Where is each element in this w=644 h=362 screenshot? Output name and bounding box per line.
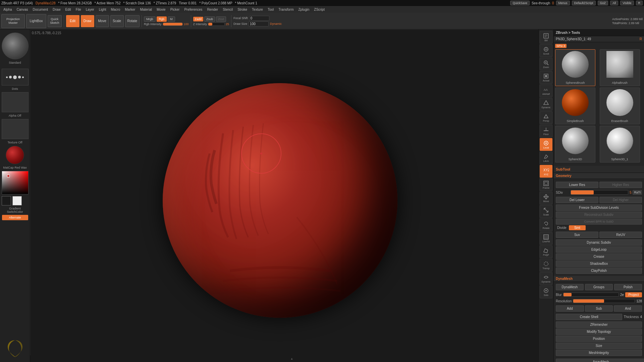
- eraserbrush-thumb[interactable]: EraserBrush: [600, 87, 640, 124]
- create-shell-button[interactable]: Create Shell: [556, 314, 622, 320]
- z-remesher-button[interactable]: ZRemesher: [556, 321, 642, 328]
- aahalf-icon-button[interactable]: AA AAHalf: [540, 84, 552, 97]
- dynamic2-icon-button[interactable]: Dynamic: [540, 272, 552, 285]
- dots-brush-preview[interactable]: [2, 69, 29, 85]
- add-button[interactable]: Add: [556, 305, 584, 312]
- convert-bpr-button[interactable]: Convert BPR to SubD: [556, 219, 642, 225]
- actual-icon-button[interactable]: Actual: [540, 71, 552, 84]
- visible-top-button[interactable]: Visible: [620, 1, 634, 5]
- reluv-button[interactable]: ReUV: [599, 232, 642, 238]
- edit-button[interactable]: Edit: [66, 15, 79, 27]
- material-ball[interactable]: [6, 146, 24, 164]
- m-button[interactable]: M: [168, 16, 175, 22]
- menu-zscript[interactable]: ZScript: [312, 7, 327, 12]
- crease-button[interactable]: Crease: [556, 253, 642, 260]
- project-button[interactable]: Project: [625, 292, 642, 297]
- move-icon-button[interactable]: Move: [540, 192, 552, 204]
- swatch-white[interactable]: [12, 196, 22, 205]
- transp-icon-button[interactable]: Transp: [540, 259, 552, 272]
- sdiv-slider[interactable]: [571, 190, 628, 195]
- menu-zplugin[interactable]: Zplugin: [296, 7, 311, 12]
- swatch-black[interactable]: [2, 196, 11, 205]
- ratt-button[interactable]: RaTt: [633, 190, 642, 195]
- resolution-slider[interactable]: [573, 299, 635, 303]
- zsub-button[interactable]: Zsub: [204, 16, 215, 22]
- linefill-icon-button[interactable]: LineFill: [540, 232, 552, 245]
- alphabrush-thumb[interactable]: AlphaBrush: [600, 49, 640, 86]
- quick-sketch-button[interactable]: QuickSketch: [48, 15, 62, 27]
- menu-picker[interactable]: Picker: [168, 7, 182, 12]
- sphere3d1-thumb[interactable]: Sphere3D_1: [600, 126, 640, 163]
- and-button[interactable]: And: [614, 305, 642, 312]
- mrgb-button[interactable]: Mrgb: [144, 16, 156, 22]
- bill-icon-button[interactable]: Bill: [540, 31, 552, 44]
- sphere3d-thumb[interactable]: Sphere3D: [555, 126, 595, 163]
- menu-render[interactable]: Render: [205, 7, 220, 12]
- position-button[interactable]: Position: [556, 336, 642, 342]
- menu-material[interactable]: Material: [138, 7, 154, 12]
- modify-topology-button[interactable]: Modify Topology: [556, 328, 642, 335]
- quick-save-button[interactable]: QuickSave: [510, 1, 530, 5]
- freeze-subdiv-button[interactable]: Freeze SubDivision Levels: [556, 204, 642, 211]
- menu-layer[interactable]: Layer: [84, 7, 96, 12]
- mesh-integrity-button[interactable]: MeshIntegrity: [556, 350, 642, 356]
- draw-size-input[interactable]: [249, 21, 269, 26]
- texture-preview[interactable]: [2, 119, 29, 139]
- suv-button[interactable]: Suv: [556, 232, 598, 238]
- zcut-button[interactable]: Zcut: [216, 16, 226, 22]
- floor-icon-button[interactable]: Floor: [540, 125, 552, 137]
- r-btn[interactable]: R: [640, 37, 642, 41]
- frame-icon-button[interactable]: Frame: [540, 178, 552, 191]
- menu-file[interactable]: File: [74, 7, 83, 12]
- move-button[interactable]: Move: [96, 15, 109, 27]
- larm-icon-button[interactable]: LArm: [540, 152, 552, 164]
- menus-button[interactable]: Menus: [556, 1, 570, 5]
- dynamesh-section-header[interactable]: DynaMesh: [554, 276, 644, 282]
- polish-button[interactable]: Polish: [614, 284, 642, 290]
- focal-shift-input[interactable]: [249, 16, 269, 21]
- menu-movie[interactable]: Movie: [155, 7, 168, 12]
- scroll-icon-button[interactable]: Scroll: [540, 44, 552, 57]
- reconstruct-subdiv-button[interactable]: Reconstruct Subdiv: [556, 212, 642, 218]
- menu-edit[interactable]: Edit: [63, 7, 73, 12]
- menu-preferences[interactable]: Preferences: [182, 7, 204, 12]
- lower-res-button[interactable]: Lower Res: [556, 182, 598, 188]
- blur-slider[interactable]: [563, 293, 619, 297]
- alternate-button[interactable]: Alternate: [2, 215, 28, 220]
- menu-stencil[interactable]: Stencil: [221, 7, 235, 12]
- shadowbox-button[interactable]: ShadowBox: [556, 260, 642, 267]
- rgb-intensity-slider[interactable]: [163, 22, 183, 26]
- menu-macro[interactable]: Macro: [109, 7, 122, 12]
- projection-master-button[interactable]: ProjectionMaster: [1, 14, 25, 28]
- color-picker[interactable]: [2, 171, 29, 194]
- canvas-area[interactable]: 0.575,-9.788,-0.215: [30, 29, 553, 362]
- menu-draw[interactable]: Draw: [51, 7, 62, 12]
- zoom-icon-button[interactable]: Zoom: [540, 58, 552, 70]
- draw-button[interactable]: Draw: [81, 15, 94, 27]
- del-higher-button[interactable]: Del Higher: [599, 197, 642, 203]
- rgb-button[interactable]: Rgb: [157, 16, 167, 22]
- scale-button[interactable]: Scale: [110, 15, 124, 27]
- alpha-preview[interactable]: [2, 92, 29, 112]
- sub-button[interactable]: Sub: [585, 305, 613, 312]
- rotate-icon-button[interactable]: Rotate: [540, 219, 552, 231]
- xyz-icon-button[interactable]: XYZ XYZ: [540, 165, 552, 178]
- size-button[interactable]: Size: [556, 343, 642, 349]
- dynamesh-button[interactable]: DynaMesh: [556, 284, 584, 290]
- menu-alpha[interactable]: Alpha: [1, 7, 14, 12]
- edgeloop-button[interactable]: EdgeLoop: [556, 246, 642, 253]
- claypolish-button[interactable]: ClayPolish: [556, 267, 642, 274]
- menu-light[interactable]: Light: [97, 7, 108, 12]
- menu-transform[interactable]: Transform: [276, 7, 296, 12]
- higher-res-button[interactable]: Higher Res: [599, 182, 642, 188]
- zadd-button[interactable]: Zadd: [193, 17, 204, 21]
- lightbox-button[interactable]: LightBox: [26, 14, 46, 28]
- scale-icon-button[interactable]: Scale: [540, 205, 552, 218]
- polyf-icon-button[interactable]: PolyF: [540, 245, 552, 258]
- local-icon-button[interactable]: Local: [540, 138, 552, 151]
- menu-tool[interactable]: Tool: [266, 7, 276, 12]
- groups-button[interactable]: Groups: [585, 284, 613, 290]
- menu-texture[interactable]: Texture: [250, 7, 265, 12]
- default-zscript-button[interactable]: DefaultZScript: [572, 1, 596, 5]
- menu-marker[interactable]: Marker: [123, 7, 137, 12]
